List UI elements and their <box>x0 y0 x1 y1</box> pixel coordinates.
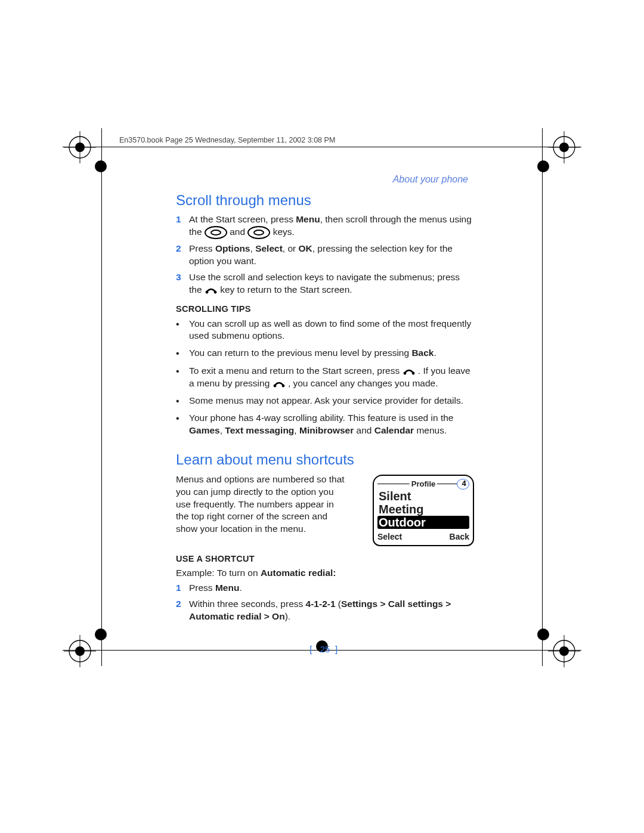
scroll-down-key-icon <box>247 226 270 239</box>
subheading-use-shortcut: USE A SHORTCUT <box>176 553 474 565</box>
tip-item: To exit a menu and return to the Start s… <box>176 365 474 390</box>
step-item: 2 Within three seconds, press 4-1-2-1 (S… <box>176 598 474 623</box>
svg-point-22 <box>213 291 216 294</box>
end-call-key-icon <box>273 379 286 389</box>
crop-line <box>542 128 543 666</box>
step-number: 1 <box>176 213 189 226</box>
step-item: 1 Press Menu. <box>176 582 474 594</box>
subheading-scrolling-tips: SCROLLING TIPS <box>176 304 474 315</box>
shortcuts-intro: Menus and options are numbered so that y… <box>176 473 349 536</box>
page-content: Scroll through menus 1 At the Start scre… <box>176 131 474 655</box>
phone-softkey-left: Select <box>377 531 402 543</box>
tip-item: Some menus may not appear. Ask your serv… <box>176 395 474 408</box>
svg-point-19 <box>537 628 549 640</box>
step-item: 1 At the Start screen, press Menu, then … <box>176 213 474 239</box>
scroll-up-key-icon <box>205 226 227 239</box>
step-number: 3 <box>176 271 189 284</box>
phone-screen-figure: Profile 4 Silent Meeting Outdoor Select … <box>373 475 474 546</box>
manual-page: En3570.book Page 25 Wednesday, September… <box>0 0 644 833</box>
tip-item: You can return to the previous menu leve… <box>176 347 474 360</box>
page-number: [ 25 ] <box>176 643 474 655</box>
steps-list: 1 At the Start screen, press Menu, then … <box>176 213 474 296</box>
svg-point-17 <box>537 160 549 172</box>
tip-item: Your phone has 4-way scrolling ability. … <box>176 412 474 437</box>
svg-point-26 <box>281 384 284 387</box>
crop-line <box>101 128 102 666</box>
dot-icon <box>535 626 552 643</box>
shortcut-example: Example: To turn on Automatic redial: <box>176 567 474 580</box>
phone-menu-title: Profile <box>410 479 437 490</box>
phone-softkey-right: Back <box>450 531 469 543</box>
svg-point-16 <box>95 160 107 172</box>
end-call-key-icon <box>402 367 416 376</box>
svg-point-21 <box>205 291 208 294</box>
dot-icon <box>92 626 109 643</box>
end-call-key-icon <box>205 286 218 295</box>
phone-menu-index: 4 <box>457 479 469 490</box>
dot-icon <box>535 158 552 175</box>
tip-item: You can scroll up as well as down to fin… <box>176 318 474 343</box>
svg-point-25 <box>273 384 276 387</box>
heading-scroll-menus: Scroll through menus <box>176 191 474 210</box>
step-number: 2 <box>176 598 189 611</box>
step-number: 1 <box>176 582 189 594</box>
step-number: 2 <box>176 243 189 255</box>
steps-list: 1 Press Menu. 2 Within three seconds, pr… <box>176 582 474 623</box>
phone-menu-item: Silent <box>377 490 469 503</box>
svg-point-24 <box>411 372 414 375</box>
svg-point-18 <box>95 628 107 640</box>
phone-menu-item: Meeting <box>377 503 469 516</box>
phone-menu-item-selected: Outdoor <box>377 516 469 529</box>
dot-icon <box>92 158 109 175</box>
heading-menu-shortcuts: Learn about menu shortcuts <box>176 450 474 469</box>
svg-point-23 <box>403 372 406 375</box>
step-item: 3 Use the scroll and selection keys to n… <box>176 271 474 296</box>
step-item: 2 Press Options, Select, or OK, pressing… <box>176 243 474 268</box>
tips-list: You can scroll up as well as down to fin… <box>176 318 474 438</box>
